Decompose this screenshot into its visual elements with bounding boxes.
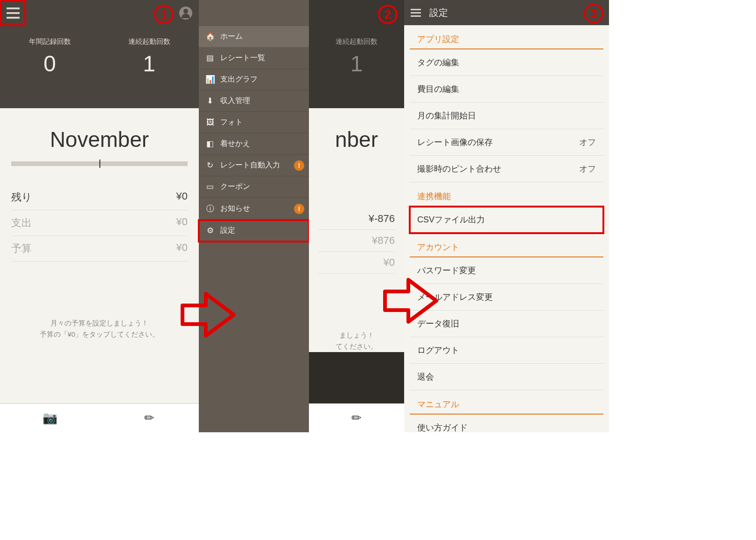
menu-button[interactable] [411, 9, 421, 17]
section-header: 連携機能 [410, 182, 603, 207]
alert-badge: ! [294, 160, 304, 171]
setting-label: 撮影時のピント合わせ [417, 163, 501, 174]
back-hint: ましょう！ てください。 [309, 330, 404, 352]
photo-icon: 🖼 [205, 118, 215, 127]
menu-button[interactable] [0, 0, 26, 26]
camera-button[interactable]: 📷 [0, 404, 99, 432]
budget-hint: 月々の予算を設定しましょう！ 予算の「¥0」をタップしてください。 [11, 318, 188, 340]
drawer-item-chart[interactable]: 📊支出グラフ [199, 69, 309, 90]
drawer-item-label: レシート自動入力 [220, 160, 280, 170]
month-title: November [11, 127, 188, 152]
stat-yearly-value: 0 [29, 51, 71, 76]
drawer-item-label: フォト [220, 118, 243, 127]
setting-label: 費目の編集 [417, 83, 459, 95]
back-hint-1: ましょう！ [312, 330, 401, 341]
back-hint-2: てください。 [312, 341, 401, 352]
drawer-item-label: お知らせ [220, 204, 250, 214]
back-streak-value: 1 [309, 51, 404, 76]
setting-row[interactable]: CSVファイル出力 [410, 207, 603, 233]
summary-expense[interactable]: 支出 ¥0 [11, 210, 188, 236]
drawer-item-label: 設定 [220, 226, 235, 235]
back-remaining: ¥-876 [318, 208, 395, 230]
setting-label: CSVファイル出力 [417, 214, 485, 225]
drawer-item-income[interactable]: ⬇収入管理 [199, 90, 309, 112]
setting-label: レシート画像の保存 [417, 137, 493, 148]
setting-row[interactable]: タグの編集 [410, 49, 603, 76]
setting-row[interactable]: メールアドレス変更 [410, 284, 603, 311]
setting-row[interactable]: ログアウト [410, 337, 603, 364]
stat-streak: 連続起動回数 1 [128, 37, 170, 76]
setting-row[interactable]: データ復旧 [410, 311, 603, 337]
remaining-label: 残り [11, 190, 32, 204]
setting-row[interactable]: 月の集計開始日 [410, 103, 603, 129]
setting-label: 月の集計開始日 [417, 110, 476, 121]
setting-value: オフ [579, 163, 596, 174]
drawer-item-receipt-list[interactable]: ▤レシート一覧 [199, 48, 309, 69]
bottom-toolbar: 📷 ✏ [0, 403, 199, 432]
drawer-item-home[interactable]: 🏠ホーム [199, 26, 309, 48]
summary-budget[interactable]: 予算 ¥0 [11, 236, 188, 262]
drawer-item-settings[interactable]: ⚙設定 [199, 220, 309, 242]
setting-label: ログアウト [417, 345, 459, 356]
home-body: November 残り ¥0 支出 ¥0 予算 ¥0 月々の予算を設定しましょう… [0, 108, 199, 403]
home-icon: 🏠 [205, 32, 215, 42]
chart-icon: 📊 [205, 75, 215, 84]
hint-line-1: 月々の予算を設定しましょう！ [11, 318, 188, 329]
pencil-icon: ✏ [144, 411, 154, 425]
back-month-fragment: nber [309, 127, 404, 152]
pencil-icon: ✏ [351, 411, 362, 425]
drawer-item-coupon[interactable]: ▭クーポン [199, 176, 309, 198]
drawer-item-auto-input[interactable]: ↻レシート自動入力! [199, 155, 309, 176]
section-header: アカウント [410, 233, 603, 257]
nav-drawer: 🏠ホーム▤レシート一覧📊支出グラフ⬇収入管理🖼フォト◧着せかえ↻レシート自動入力… [199, 0, 309, 432]
theme-icon: ◧ [205, 139, 215, 149]
edit-button[interactable]: ✏ [99, 404, 199, 432]
back-streak-label: 連続起動回数 [309, 37, 404, 46]
drawer-item-theme[interactable]: ◧着せかえ [199, 133, 309, 155]
drawer-item-label: 着せかえ [220, 139, 250, 149]
drawer-item-label: 収入管理 [220, 96, 250, 106]
back-expense: ¥876 [318, 230, 395, 252]
setting-label: タグの編集 [417, 57, 459, 68]
settings-body: アプリ設定タグの編集費目の編集月の集計開始日レシート画像の保存オフ撮影時のピント… [404, 25, 609, 432]
settings-header: 設定 [404, 0, 609, 25]
step-badge-1: 1 [154, 5, 174, 24]
drawer-item-photo[interactable]: 🖼フォト [199, 112, 309, 133]
coupon-icon: ▭ [205, 182, 215, 192]
income-icon: ⬇ [205, 96, 215, 106]
screen-drawer: 🏠ホーム▤レシート一覧📊支出グラフ⬇収入管理🖼フォト◧着せかえ↻レシート自動入力… [199, 0, 404, 432]
summary-remaining: 残り ¥0 [11, 185, 188, 210]
setting-row[interactable]: 退会 [410, 364, 603, 390]
expense-value: ¥0 [176, 216, 188, 230]
info-icon: ⓘ [205, 203, 215, 214]
setting-value: オフ [579, 137, 596, 148]
budget-label: 予算 [11, 242, 32, 256]
setting-row[interactable]: 使い方ガイド [410, 415, 603, 432]
annotation-arrow-1 [180, 289, 236, 340]
setting-row[interactable]: パスワード変更 [410, 257, 603, 284]
expense-label: 支出 [11, 216, 32, 230]
user-icon[interactable] [179, 7, 192, 20]
drawer-item-label: ホーム [220, 32, 243, 42]
home-header: 1 年間記録回数 0 連続起動回数 1 [0, 0, 199, 108]
section-header: アプリ設定 [410, 25, 603, 49]
stat-streak-label: 連続起動回数 [128, 37, 170, 46]
setting-row[interactable]: 費目の編集 [410, 76, 603, 103]
remaining-value: ¥0 [176, 190, 188, 204]
drawer-item-info[interactable]: ⓘお知らせ! [199, 198, 309, 220]
step-badge-3: 3 [584, 4, 603, 23]
settings-title: 設定 [429, 7, 448, 19]
budget-value: ¥0 [176, 242, 188, 256]
stat-yearly-label: 年間記録回数 [29, 37, 71, 46]
setting-label: パスワード変更 [417, 265, 476, 276]
setting-row[interactable]: 撮影時のピント合わせオフ [410, 156, 603, 182]
month-slider[interactable] [11, 161, 188, 166]
setting-label: 使い方ガイド [417, 422, 468, 432]
drawer-backdrop: 2 連続起動回数 1 nber ¥-876 ¥876 ¥0 ましょう！ てくださ… [309, 0, 404, 432]
annotation-arrow-2 [383, 275, 439, 326]
hint-line-2: 予算の「¥0」をタップしてください。 [11, 329, 188, 340]
stat-streak-value: 1 [128, 51, 170, 76]
setting-row[interactable]: レシート画像の保存オフ [410, 129, 603, 156]
back-bottom-bar: ✏ [309, 403, 404, 432]
drawer-item-label: クーポン [220, 182, 250, 192]
